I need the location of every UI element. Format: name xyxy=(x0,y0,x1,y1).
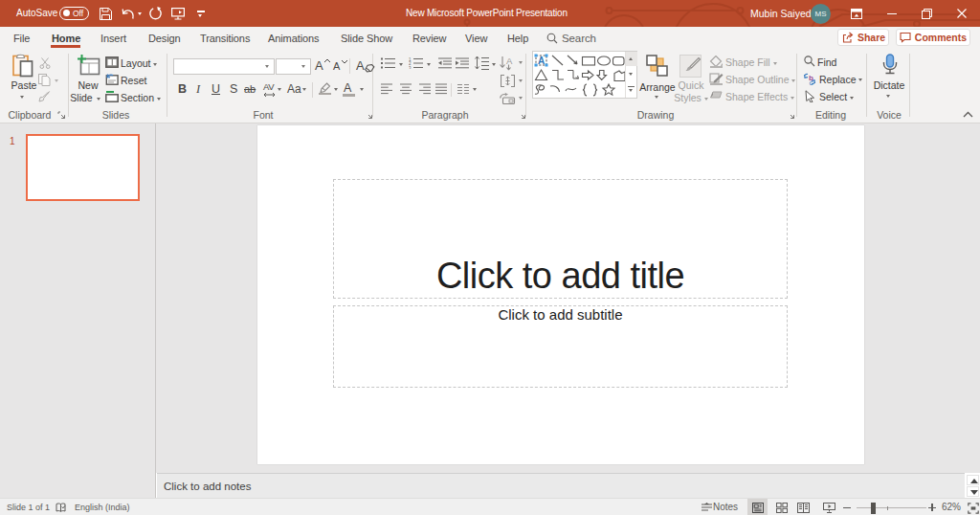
svg-text:c: c xyxy=(810,78,813,85)
svg-text:3: 3 xyxy=(409,66,412,70)
svg-text:A: A xyxy=(538,56,545,66)
svg-text:A: A xyxy=(506,56,513,66)
